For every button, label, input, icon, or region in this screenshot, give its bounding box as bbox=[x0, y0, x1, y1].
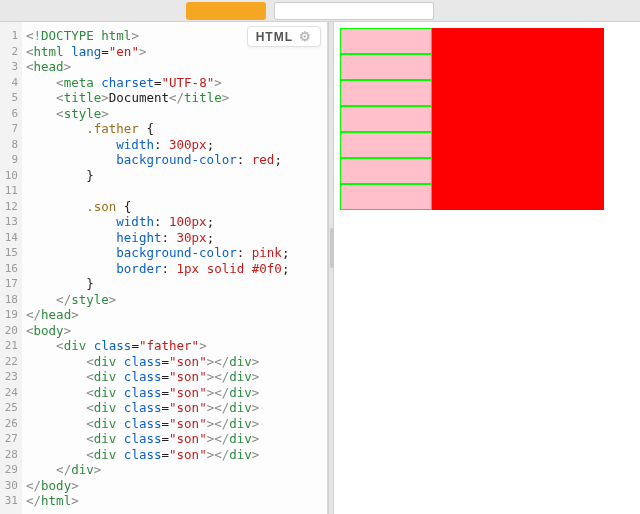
preview-son bbox=[340, 80, 432, 106]
preview-son bbox=[340, 158, 432, 184]
preview-panel bbox=[334, 22, 640, 514]
url-input[interactable] bbox=[274, 2, 434, 20]
preview-son bbox=[340, 184, 432, 210]
language-badge[interactable]: HTML ⚙ bbox=[247, 26, 321, 47]
preview-father bbox=[340, 28, 604, 210]
workspace: 1234567891011121314151617181920212223242… bbox=[0, 22, 640, 514]
line-number-gutter: 1234567891011121314151617181920212223242… bbox=[0, 22, 22, 514]
panel-splitter[interactable] bbox=[328, 22, 334, 514]
top-toolbar bbox=[0, 0, 640, 22]
splitter-handle-icon bbox=[330, 228, 334, 268]
preview-son bbox=[340, 28, 432, 54]
code-editor[interactable]: <!DOCTYPE html><html lang="en"><head> <m… bbox=[22, 22, 327, 514]
gear-icon[interactable]: ⚙ bbox=[299, 29, 312, 44]
active-tab[interactable] bbox=[186, 2, 266, 20]
language-label: HTML bbox=[256, 30, 293, 44]
code-editor-panel: 1234567891011121314151617181920212223242… bbox=[0, 22, 328, 514]
preview-son bbox=[340, 54, 432, 80]
preview-son bbox=[340, 106, 432, 132]
preview-son bbox=[340, 132, 432, 158]
